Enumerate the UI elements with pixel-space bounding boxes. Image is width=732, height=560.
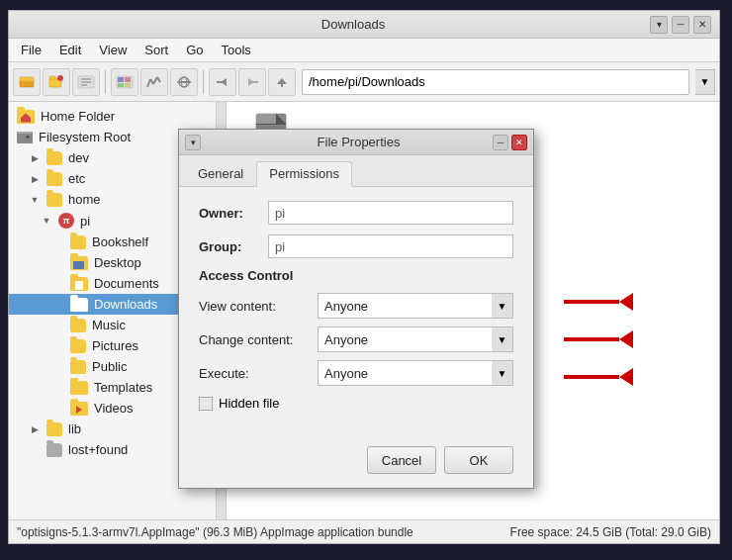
sidebar-item-home-folder[interactable]: Home Folder bbox=[9, 106, 226, 127]
arrow-line-2 bbox=[564, 337, 619, 341]
dialog-min-btn[interactable]: ▾ bbox=[185, 135, 201, 150]
red-arrow-1 bbox=[564, 293, 633, 311]
execute-select[interactable]: Anyone Owner only Owner and group bbox=[318, 360, 513, 386]
group-input[interactable] bbox=[268, 234, 513, 258]
toolbar-btn-2[interactable] bbox=[43, 68, 70, 96]
folder-icon-pictures bbox=[70, 339, 86, 353]
address-text: /home/pi/Downloads bbox=[309, 74, 425, 89]
arrow-head-2 bbox=[619, 330, 633, 348]
svg-rect-22 bbox=[217, 81, 224, 83]
svg-rect-1 bbox=[20, 77, 34, 81]
address-dropdown[interactable]: ▼ bbox=[695, 69, 715, 95]
arrow-line-1 bbox=[564, 300, 578, 304]
toolbar-btn-3[interactable] bbox=[72, 68, 100, 96]
forward-button[interactable] bbox=[238, 68, 266, 96]
toolbar-btn-6[interactable] bbox=[170, 68, 198, 96]
view-content-select[interactable]: Anyone Owner only Owner and group bbox=[318, 293, 513, 319]
statusbar: "optisigns-5.1.3-armv7l.AppImage" (96.3 … bbox=[9, 519, 719, 543]
folder-icon-public bbox=[70, 360, 86, 374]
folder-icon-bookshelf bbox=[70, 235, 86, 249]
documents-label: Documents bbox=[94, 276, 159, 291]
tab-permissions[interactable]: Permissions bbox=[256, 161, 352, 187]
svg-line-17 bbox=[157, 77, 160, 82]
dialog-close-btn[interactable]: ✕ bbox=[511, 135, 527, 150]
arrow-line-1c bbox=[592, 300, 605, 304]
arrow-head-3 bbox=[619, 368, 633, 386]
expand-pi[interactable]: ▼ bbox=[41, 215, 52, 227]
title-controls: ▾ ─ ✕ bbox=[650, 16, 711, 34]
svg-rect-3 bbox=[49, 76, 55, 79]
toolbar-sep-2 bbox=[203, 70, 204, 94]
view-content-select-wrap: Anyone Owner only Owner and group ▼ bbox=[318, 293, 513, 319]
menu-tools[interactable]: Tools bbox=[214, 41, 259, 59]
execute-select-wrap: Anyone Owner only Owner and group ▼ bbox=[318, 360, 513, 386]
pi-label: pi bbox=[80, 214, 90, 229]
svg-rect-33 bbox=[256, 124, 286, 125]
tab-general[interactable]: General bbox=[185, 161, 256, 186]
toolbar: /home/pi/Downloads ▼ bbox=[9, 62, 719, 102]
folder-icon-etc bbox=[46, 172, 62, 186]
svg-point-4 bbox=[57, 75, 63, 81]
arrow-head-1 bbox=[619, 293, 633, 311]
minimize-button[interactable]: ▾ bbox=[650, 16, 668, 34]
dialog-titlebar: ▾ File Properties ─ ✕ bbox=[179, 130, 533, 155]
folder-icon-lostfound bbox=[46, 443, 62, 457]
cancel-button[interactable]: Cancel bbox=[367, 446, 436, 474]
folder-icon-lib bbox=[46, 422, 62, 436]
menu-sort[interactable]: Sort bbox=[137, 41, 176, 59]
svg-rect-13 bbox=[125, 83, 131, 87]
group-label: Group: bbox=[199, 239, 268, 254]
svg-rect-32 bbox=[256, 114, 276, 124]
menu-view[interactable]: View bbox=[91, 41, 135, 59]
menu-edit[interactable]: Edit bbox=[51, 41, 89, 59]
home-folder-label: Home Folder bbox=[41, 109, 115, 124]
close-button[interactable]: ✕ bbox=[693, 16, 711, 34]
change-content-label: Change content: bbox=[199, 332, 318, 347]
arrow-line-1d bbox=[605, 300, 619, 304]
menu-file[interactable]: File bbox=[13, 41, 49, 59]
templates-label: Templates bbox=[94, 380, 152, 395]
home-folder-icon bbox=[17, 110, 35, 124]
etc-label: etc bbox=[68, 171, 85, 186]
group-row: Group: bbox=[199, 234, 513, 258]
address-bar: /home/pi/Downloads bbox=[302, 69, 689, 95]
up-button[interactable] bbox=[268, 68, 296, 96]
pi-icon: π bbox=[58, 213, 74, 229]
title-bar: Downloads ▾ ─ ✕ bbox=[9, 11, 719, 39]
svg-line-14 bbox=[147, 79, 150, 87]
folder-icon-templates bbox=[70, 381, 88, 395]
toolbar-sep-1 bbox=[105, 70, 106, 94]
statusbar-left: "optisigns-5.1.3-armv7l.AppImage" (96.3 … bbox=[17, 525, 413, 539]
expand-etc[interactable]: ▶ bbox=[29, 173, 41, 185]
owner-input[interactable] bbox=[268, 201, 513, 225]
toolbar-btn-1[interactable] bbox=[13, 68, 41, 96]
expand-dev[interactable]: ▶ bbox=[29, 152, 41, 164]
music-label: Music bbox=[92, 318, 126, 332]
change-content-row: Change content: Anyone Owner only Owner … bbox=[199, 327, 513, 352]
maximize-button[interactable]: ─ bbox=[672, 16, 689, 34]
folder-icon-dev bbox=[46, 151, 62, 165]
ok-button[interactable]: OK bbox=[444, 446, 513, 474]
dialog-restore-btn[interactable]: ─ bbox=[493, 135, 508, 150]
drive-icon bbox=[17, 132, 33, 143]
hidden-file-checkbox[interactable] bbox=[199, 397, 213, 411]
change-content-select[interactable]: Anyone Owner only Owner and group bbox=[318, 327, 513, 352]
toolbar-btn-5[interactable] bbox=[140, 68, 168, 96]
toolbar-btn-4[interactable] bbox=[111, 68, 138, 96]
svg-rect-26 bbox=[281, 83, 283, 87]
execute-row: Execute: Anyone Owner only Owner and gro… bbox=[199, 360, 513, 386]
lib-label: lib bbox=[68, 421, 81, 436]
expand-home[interactable]: ▼ bbox=[29, 194, 41, 206]
expand-lib[interactable]: ▶ bbox=[29, 423, 41, 435]
pictures-label: Pictures bbox=[92, 338, 138, 353]
folder-icon-downloads bbox=[70, 298, 88, 312]
menu-go[interactable]: Go bbox=[178, 41, 211, 59]
back-button[interactable] bbox=[209, 68, 236, 96]
dialog-title: File Properties bbox=[225, 135, 493, 149]
window-title: Downloads bbox=[56, 17, 650, 32]
svg-rect-28 bbox=[18, 132, 32, 134]
dialog-buttons: Cancel OK bbox=[179, 438, 533, 488]
folder-icon-music bbox=[70, 319, 86, 332]
svg-rect-19 bbox=[177, 81, 191, 83]
svg-rect-27 bbox=[18, 134, 32, 140]
